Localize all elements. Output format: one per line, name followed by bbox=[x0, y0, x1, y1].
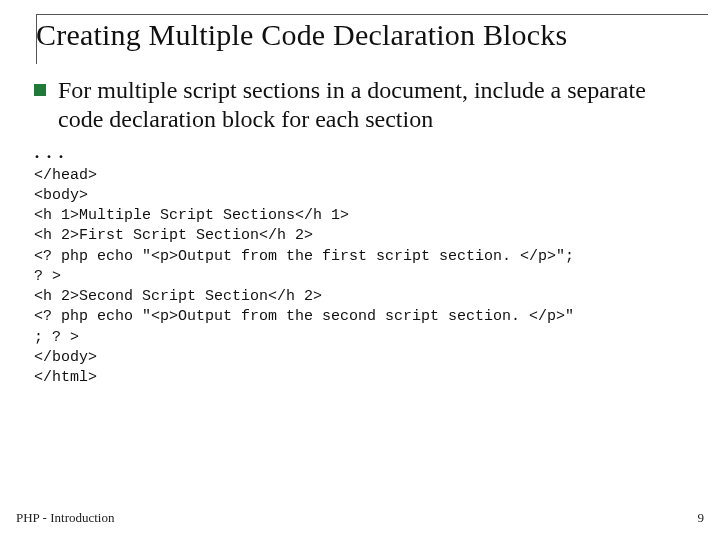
bullet-text: For multiple script sections in a docume… bbox=[58, 76, 692, 135]
code-line: <? php echo "<p>Output from the second s… bbox=[34, 308, 574, 325]
title-area: Creating Multiple Code Declaration Block… bbox=[0, 0, 720, 58]
body-area: For multiple script sections in a docume… bbox=[0, 58, 720, 388]
code-line: <body> bbox=[34, 187, 88, 204]
code-line: </body> bbox=[34, 349, 97, 366]
bullet-row: For multiple script sections in a docume… bbox=[34, 76, 692, 135]
footer-left: PHP - Introduction bbox=[16, 510, 114, 526]
square-bullet-icon bbox=[34, 84, 46, 96]
code-block: </head> <body> <h 1>Multiple Script Sect… bbox=[34, 166, 692, 389]
code-line: ? > bbox=[34, 268, 61, 285]
ellipsis-text: . . . bbox=[34, 137, 692, 164]
code-line: <? php echo "<p>Output from the first sc… bbox=[34, 248, 574, 265]
title-rule-top bbox=[36, 14, 708, 15]
code-line: </head> bbox=[34, 167, 97, 184]
slide-title: Creating Multiple Code Declaration Block… bbox=[36, 18, 720, 52]
footer-page-number: 9 bbox=[698, 510, 705, 526]
code-line: </html> bbox=[34, 369, 97, 386]
code-line: <h 1>Multiple Script Sections</h 1> bbox=[34, 207, 349, 224]
code-line: <h 2>Second Script Section</h 2> bbox=[34, 288, 322, 305]
title-rule-left bbox=[36, 14, 37, 64]
code-line: <h 2>First Script Section</h 2> bbox=[34, 227, 313, 244]
code-line: ; ? > bbox=[34, 329, 79, 346]
footer: PHP - Introduction 9 bbox=[16, 510, 704, 526]
